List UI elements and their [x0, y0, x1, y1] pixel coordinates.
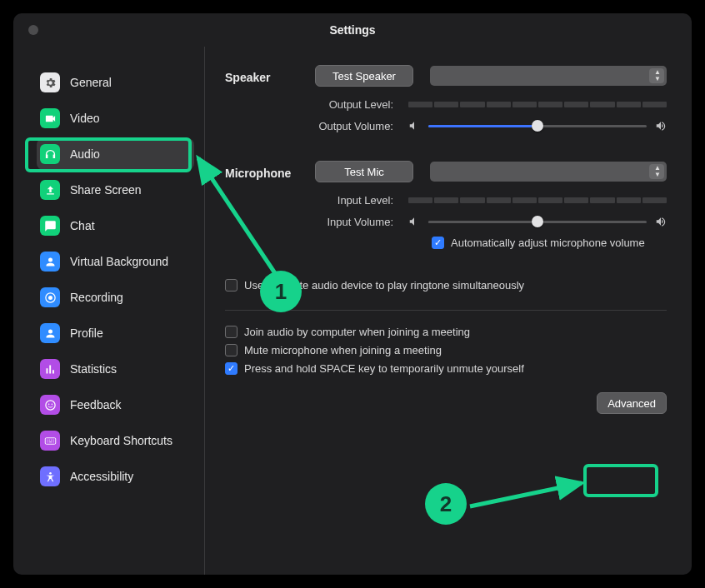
- sidebar-item-profile[interactable]: Profile: [37, 317, 194, 349]
- input-level-label: Input Level:: [225, 194, 402, 207]
- sidebar-item-video[interactable]: Video: [37, 102, 194, 134]
- test-mic-button[interactable]: Test Mic: [315, 161, 413, 182]
- smile-icon: [40, 395, 60, 415]
- svg-point-4: [51, 403, 52, 405]
- sidebar-item-label: Profile: [70, 326, 103, 340]
- sidebar-item-label: Chat: [70, 219, 95, 232]
- sidebar-item-label: Keyboard Shortcuts: [70, 434, 172, 447]
- volume-low-icon: [408, 120, 420, 132]
- gear-icon: [40, 72, 60, 92]
- video-icon: [40, 108, 60, 128]
- test-speaker-button[interactable]: Test Speaker: [315, 65, 413, 87]
- microphone-section-label: Microphone: [225, 163, 308, 180]
- accessibility-icon: [40, 466, 60, 486]
- mic-device-select[interactable]: ▲▼: [430, 162, 667, 182]
- mute-on-join-checkbox[interactable]: [225, 344, 238, 356]
- output-level-label: Output Level:: [225, 98, 402, 111]
- sidebar-item-label: Video: [70, 112, 100, 125]
- space-unmute-checkbox[interactable]: [225, 362, 238, 375]
- sidebar-item-label: Accessibility: [70, 470, 133, 483]
- record-icon: [40, 287, 60, 307]
- sidebar-item-label: Recording: [70, 291, 123, 304]
- content-pane: Speaker Test Speaker ▲▼ Output Level: Ou…: [205, 47, 692, 575]
- user-bg-icon: [40, 252, 60, 272]
- auto-adjust-mic-label: Automatically adjust microphone volume: [451, 237, 645, 249]
- svg-rect-5: [45, 437, 56, 444]
- input-level-meter: [408, 197, 667, 203]
- keyboard-icon: [40, 431, 60, 451]
- divider: [225, 310, 667, 311]
- sidebar-item-audio[interactable]: Audio: [37, 138, 194, 170]
- sidebar-item-recording[interactable]: Recording: [37, 282, 194, 313]
- volume-low-icon: [408, 216, 420, 227]
- join-audio-checkbox[interactable]: [225, 326, 238, 338]
- profile-icon: [40, 323, 60, 343]
- sidebar-item-label: Virtual Background: [70, 255, 168, 268]
- sidebar-item-feedback[interactable]: Feedback: [37, 389, 194, 421]
- svg-point-6: [49, 471, 52, 474]
- input-volume-label: Input Volume:: [225, 216, 402, 228]
- stats-icon: [40, 359, 60, 379]
- sidebar-item-label: Feedback: [70, 398, 121, 411]
- sidebar-item-label: Statistics: [70, 362, 117, 376]
- svg-point-2: [45, 400, 54, 409]
- volume-high-icon: [655, 216, 667, 227]
- join-audio-label: Join audio by computer when joining a me…: [244, 326, 470, 338]
- output-volume-slider[interactable]: [428, 119, 647, 132]
- sidebar-item-share-screen[interactable]: Share Screen: [37, 174, 194, 206]
- sidebar-item-general[interactable]: General: [37, 67, 194, 98]
- sidebar-item-virtual-background[interactable]: Virtual Background: [37, 246, 194, 277]
- separate-ringtone-checkbox[interactable]: [225, 279, 238, 292]
- input-volume-slider[interactable]: [428, 215, 647, 228]
- window-close-dot[interactable]: [28, 25, 38, 35]
- sidebar-item-label: General: [70, 76, 112, 89]
- window-title: Settings: [329, 23, 375, 37]
- settings-window: Settings GeneralVideoAudioShare ScreenCh…: [13, 13, 692, 575]
- mute-on-join-label: Mute microphone when joining a meeting: [244, 344, 442, 356]
- sidebar-item-statistics[interactable]: Statistics: [37, 353, 194, 385]
- chat-icon: [40, 216, 60, 236]
- output-volume-label: Output Volume:: [225, 120, 402, 132]
- speaker-section-label: Speaker: [225, 67, 308, 84]
- chevron-up-down-icon: ▲▼: [654, 69, 661, 82]
- titlebar: Settings: [13, 13, 692, 47]
- share-icon: [40, 180, 60, 200]
- space-unmute-label: Press and hold SPACE key to temporarily …: [244, 362, 524, 375]
- sidebar-item-label: Share Screen: [70, 183, 142, 197]
- advanced-button[interactable]: Advanced: [597, 392, 667, 414]
- separate-ringtone-label: Use separate audio device to play ringto…: [244, 279, 524, 292]
- headphones-icon: [40, 144, 60, 164]
- sidebar: GeneralVideoAudioShare ScreenChatVirtual…: [13, 47, 205, 575]
- svg-point-1: [48, 296, 52, 300]
- auto-adjust-mic-checkbox[interactable]: [432, 237, 444, 249]
- speaker-device-select[interactable]: ▲▼: [430, 66, 667, 86]
- output-level-meter: [408, 102, 667, 107]
- svg-point-3: [48, 403, 49, 405]
- sidebar-item-accessibility[interactable]: Accessibility: [37, 461, 194, 492]
- volume-high-icon: [655, 120, 667, 132]
- sidebar-item-label: Audio: [70, 147, 100, 161]
- sidebar-item-chat[interactable]: Chat: [37, 210, 194, 242]
- sidebar-item-keyboard-shortcuts[interactable]: Keyboard Shortcuts: [37, 425, 194, 456]
- chevron-up-down-icon: ▲▼: [654, 165, 661, 178]
